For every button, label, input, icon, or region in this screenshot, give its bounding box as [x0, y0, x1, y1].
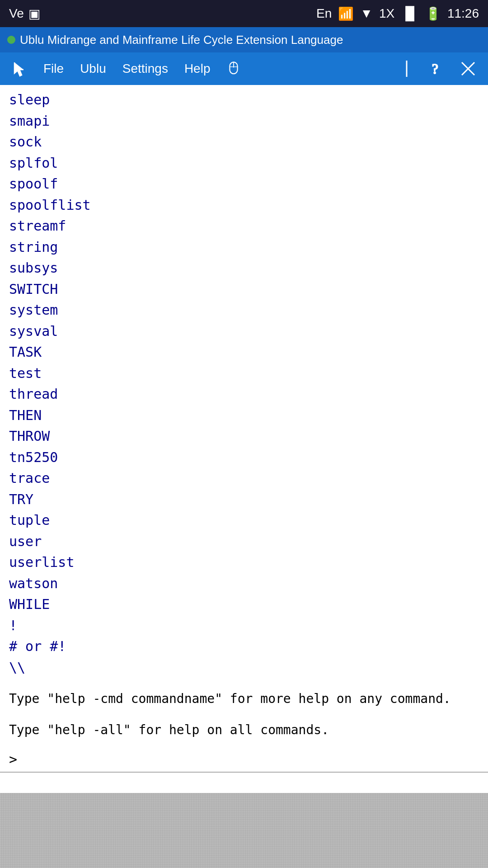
title-text: Ublu Midrange and Mainframe Life Cycle E… — [20, 33, 481, 47]
network-icon: 1X — [379, 6, 394, 21]
list-item[interactable]: trace — [9, 468, 479, 489]
list-item[interactable]: tuple — [9, 510, 479, 531]
status-bar: Ve ▣ En 📶 ▼ 1X ▐▌ 🔋 11:26 — [0, 0, 488, 27]
list-item[interactable]: user — [9, 531, 479, 552]
list-item[interactable]: SWITCH — [9, 279, 479, 300]
divider-icon — [391, 57, 422, 80]
status-time: 11:26 — [447, 6, 479, 21]
wifi-icon: ▼ — [360, 6, 373, 21]
cursor-icon[interactable] — [5, 57, 35, 80]
battery-icon: 🔋 — [425, 6, 441, 21]
close-icon[interactable] — [453, 57, 483, 80]
status-lang: En — [316, 6, 332, 21]
menu-settings[interactable]: Settings — [114, 58, 176, 80]
list-item[interactable]: spoolf — [9, 174, 479, 195]
menu-help[interactable]: Help — [176, 58, 219, 80]
list-item[interactable]: splfol — [9, 153, 479, 174]
main-area: sleepsmapisocksplfolspoolfspoolfliststre… — [0, 85, 488, 772]
list-item[interactable]: THROW — [9, 426, 479, 447]
prompt-line: > — [9, 751, 479, 767]
menu-ublu[interactable]: Ublu — [72, 58, 114, 80]
command-list: sleepsmapisocksplfolspoolfspoolfliststre… — [9, 90, 479, 678]
bluetooth-icon: 📶 — [338, 6, 354, 21]
status-square: ▣ — [28, 6, 40, 21]
menu-bar: File Ublu Settings Help ? — [0, 52, 488, 85]
list-item[interactable]: # or #! — [9, 636, 479, 657]
input-area[interactable] — [0, 772, 488, 793]
mouse-icon[interactable] — [218, 57, 249, 80]
list-item[interactable]: tn5250 — [9, 447, 479, 468]
list-item[interactable]: spoolflist — [9, 195, 479, 216]
list-item[interactable]: TASK — [9, 342, 479, 363]
list-item[interactable]: system — [9, 300, 479, 321]
signal-icon: ▐▌ — [401, 6, 419, 21]
list-item[interactable]: sleep — [9, 90, 479, 111]
list-item[interactable]: test — [9, 363, 479, 384]
list-item[interactable]: watson — [9, 573, 479, 594]
status-left: Ve ▣ — [9, 6, 40, 21]
list-item[interactable]: sock — [9, 132, 479, 153]
list-item[interactable]: string — [9, 237, 479, 258]
keyboard-area — [0, 793, 488, 868]
list-item[interactable]: sysval — [9, 321, 479, 342]
list-item[interactable]: userlist — [9, 552, 479, 573]
title-bar: Ublu Midrange and Mainframe Life Cycle E… — [0, 27, 488, 52]
list-item[interactable]: WHILE — [9, 594, 479, 615]
status-right: En 📶 ▼ 1X ▐▌ 🔋 11:26 — [316, 6, 479, 21]
title-bar-dot — [7, 36, 15, 44]
list-item[interactable]: ! — [9, 615, 479, 637]
help-icon[interactable]: ? — [422, 57, 453, 80]
list-item[interactable]: streamf — [9, 216, 479, 237]
list-item[interactable]: thread — [9, 384, 479, 405]
menu-file[interactable]: File — [35, 58, 72, 80]
help-text-2: Type "help -all" for help on all command… — [9, 720, 479, 741]
list-item[interactable]: smapi — [9, 111, 479, 132]
list-item[interactable]: TRY — [9, 489, 479, 510]
command-input[interactable] — [4, 775, 484, 790]
svg-text:?: ? — [432, 61, 438, 77]
list-item[interactable]: THEN — [9, 405, 479, 426]
status-ve: Ve — [9, 6, 24, 21]
list-item[interactable]: \\ — [9, 657, 479, 679]
list-item[interactable]: subsys — [9, 258, 479, 279]
help-text-1: Type "help -cmd commandname" for more he… — [9, 689, 479, 709]
